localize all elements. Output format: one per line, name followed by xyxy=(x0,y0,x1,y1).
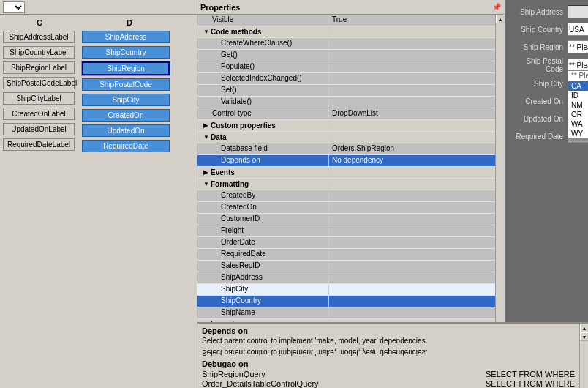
dropdown-item-id[interactable]: ID xyxy=(568,91,588,100)
region-dropdown: ** Please Select ** CA ID NM OR WA WY xyxy=(568,70,588,139)
prop-events[interactable]: ▶ Events xyxy=(197,167,495,179)
prop-get-name: Get() xyxy=(197,50,329,61)
prop-depends-name: Depends on xyxy=(197,155,329,166)
bottom-scroll-down[interactable]: ▼ xyxy=(580,332,588,341)
scroll-up-btn[interactable]: ▲ xyxy=(496,15,504,23)
prop-customerid-value[interactable] xyxy=(329,214,495,225)
prop-events-value xyxy=(329,167,495,178)
ship-region-field[interactable]: ShipRegion xyxy=(82,61,170,75)
prop-shipname-name: ShipName xyxy=(197,307,329,318)
ship-country-label[interactable]: ShipCountryLabel xyxy=(3,46,75,59)
ship-address-label[interactable]: ShipAddressLabel xyxy=(3,31,75,43)
prop-formatting-value xyxy=(329,179,495,190)
prop-custom-value xyxy=(329,120,495,131)
prop-controltype-value[interactable]: DropDownList xyxy=(329,108,495,119)
updated-on-label2: Updated On xyxy=(509,115,568,123)
dropdown-item-nm[interactable]: NM xyxy=(568,100,588,110)
prop-createdby-value[interactable] xyxy=(329,190,495,201)
prop-dbfield-value[interactable]: Orders.ShipRegion xyxy=(329,143,495,154)
bottom-scroll-up[interactable]: ▲ xyxy=(580,324,588,332)
updated-on-label[interactable]: UpdatedOnLabel xyxy=(3,123,75,135)
prop-createdby: CreatedBy xyxy=(197,190,495,202)
prop-selectedindex-name: SelectedIndexChanged() xyxy=(197,73,329,84)
prop-formatting-name: ▼ Formatting xyxy=(197,179,329,190)
prop-reqdate-value[interactable] xyxy=(329,249,495,260)
ship-postalcode-label[interactable]: ShipPostalCodeLabel xyxy=(3,77,75,89)
designer-header xyxy=(0,0,197,15)
prop-formatting[interactable]: ▼ Formatting xyxy=(197,179,495,190)
prop-dbfield: Database field Orders.ShipRegion xyxy=(197,143,495,155)
prop-visible-value[interactable]: True xyxy=(329,15,495,26)
prop-events-name: ▶ Events xyxy=(197,167,329,178)
debug-title: Debugao on xyxy=(202,359,575,368)
dropdown-item-wa[interactable]: WA xyxy=(568,119,588,129)
prop-selectedindex-value[interactable] xyxy=(329,73,495,84)
prop-shipname-value[interactable] xyxy=(329,307,495,318)
debug-q2-value: SELECT FROM WHERE xyxy=(486,379,575,388)
prop-shipaddress: ShipAddress xyxy=(197,272,495,284)
ship-country-select[interactable]: USA ▼ xyxy=(568,23,588,36)
prop-orderdate-value[interactable] xyxy=(329,237,495,248)
ship-region-select[interactable]: ** Please Select ** ▼ xyxy=(568,40,588,53)
created-on-field[interactable]: CreatedOn xyxy=(82,109,170,122)
prop-data-name: ▼ Data xyxy=(197,132,329,143)
required-date-label[interactable]: RequiredDateLabel xyxy=(3,138,75,151)
ship-postalcode-label: Ship Postal Code xyxy=(509,57,568,73)
prop-populate-name: Populate() xyxy=(197,61,329,72)
prop-populate-value[interactable] xyxy=(329,61,495,72)
prop-custom[interactable]: ▶ Custom properties xyxy=(197,120,495,132)
created-on-label[interactable]: CreatedOnLabel xyxy=(3,108,75,120)
ship-panel: Ship Address Ship Country USA ▼ Ship Reg… xyxy=(505,0,588,322)
designer-area: C ShipAddressLabel ShipCountryLabel Ship… xyxy=(0,15,197,155)
prop-shipaddress-value[interactable] xyxy=(329,272,495,283)
main-layout: Properties 📌 Visible True ▼ Code methods… xyxy=(197,0,588,388)
reversed-text: Select parent control to implement 'make… xyxy=(202,348,427,357)
prop-createdon-value[interactable] xyxy=(329,202,495,213)
ship-country-field[interactable]: ShipCountry xyxy=(82,46,170,59)
ship-city-label[interactable]: ShipCityLabel xyxy=(3,92,75,105)
designer-dropdown[interactable] xyxy=(3,1,25,13)
ship-city-field[interactable]: ShipCity xyxy=(82,94,170,106)
ship-postalcode-field[interactable]: ShipPostalCode xyxy=(82,78,170,91)
form-designer-panel: C ShipAddressLabel ShipCountryLabel Ship… xyxy=(0,0,197,388)
required-date-field[interactable]: RequiredDate xyxy=(82,140,170,152)
prop-data[interactable]: ▼ Data xyxy=(197,132,495,143)
dropdown-item-ca[interactable]: CA xyxy=(568,81,588,91)
prop-populate: Populate() xyxy=(197,61,495,73)
prop-reqdate: RequiredDate xyxy=(197,249,495,261)
updated-on-field[interactable]: UpdatedOn xyxy=(82,124,170,137)
pin-icon[interactable]: 📌 xyxy=(492,3,501,11)
required-date-label2: Required Date xyxy=(509,133,568,141)
prop-createwhere-value[interactable] xyxy=(329,38,495,49)
prop-validate-name: Validate() xyxy=(197,97,329,108)
prop-validate-value[interactable] xyxy=(329,97,495,108)
prop-code-methods-name: ▼ Code methods xyxy=(197,26,329,37)
props-scrollbar[interactable]: ▲ ▼ xyxy=(495,15,504,322)
prop-code-methods[interactable]: ▼ Code methods xyxy=(197,26,495,38)
prop-salesrep-value[interactable] xyxy=(329,261,495,272)
prop-orderdate: OrderDate xyxy=(197,237,495,249)
bottom-panel: Depends on Select parent control to impl… xyxy=(197,322,588,388)
ship-region-label[interactable]: ShipRegionLabel xyxy=(3,61,75,74)
prop-shipcity-value[interactable] xyxy=(329,284,495,295)
ship-address-label: Ship Address xyxy=(509,8,568,16)
prop-depends[interactable]: Depends on No dependency xyxy=(197,155,495,167)
prop-shipcountry: ShipCountry xyxy=(197,296,495,307)
prop-code-methods-value xyxy=(329,26,495,37)
prop-orderdate-name: OrderDate xyxy=(197,237,329,248)
prop-reqdate-name: RequiredDate xyxy=(197,249,329,260)
ship-address-input[interactable] xyxy=(568,5,588,18)
prop-shipcountry-value[interactable] xyxy=(329,296,495,307)
dropdown-item-or[interactable]: OR xyxy=(568,110,588,119)
ship-postalcode-value: ** Please Select ** xyxy=(569,61,588,70)
column-c: C ShipAddressLabel ShipCountryLabel Ship… xyxy=(3,18,76,152)
ship-address-field[interactable]: ShipAddress xyxy=(82,31,170,43)
dropdown-item-wy[interactable]: WY xyxy=(568,129,588,138)
bottom-scrollbar[interactable]: ▲ ▼ xyxy=(579,324,588,388)
prop-depends-value[interactable]: No dependency xyxy=(329,155,495,166)
prop-createdby-name: CreatedBy xyxy=(197,190,329,201)
prop-freight-value[interactable] xyxy=(329,225,495,236)
ship-country-label: Ship Country xyxy=(509,26,568,34)
prop-get-value[interactable] xyxy=(329,50,495,61)
prop-set-value[interactable] xyxy=(329,85,495,96)
